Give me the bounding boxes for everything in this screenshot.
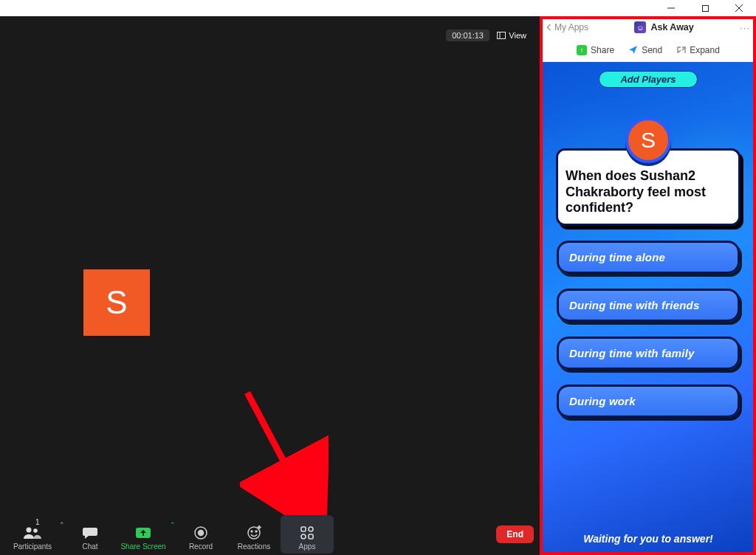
svg-point-19 — [301, 534, 306, 539]
panel-send-label: Send — [642, 45, 662, 55]
svg-rect-1 — [702, 5, 708, 11]
record-label: Record — [189, 542, 213, 551]
annotation-arrow — [240, 385, 329, 533]
question-avatar: S — [625, 117, 671, 163]
record-button[interactable]: Record — [174, 515, 227, 554]
question-text: When does Sushan2 Chakraborty feel most … — [566, 168, 731, 216]
share-screen-button[interactable]: Share Screen ⌃ — [117, 515, 170, 554]
svg-point-14 — [255, 531, 257, 532]
chat-label: Chat — [82, 542, 97, 551]
game-area: Add Players S When does Sushan2 Chakrabo… — [540, 62, 756, 555]
waiting-status: Waiting for you to answer! — [583, 533, 713, 546]
window-close-button[interactable] — [722, 0, 756, 16]
add-players-button[interactable]: Add Players — [599, 71, 697, 88]
reactions-label: Reactions — [238, 542, 270, 551]
question-avatar-initial: S — [641, 128, 656, 153]
panel-more-button[interactable]: ··· — [740, 22, 750, 33]
participants-icon — [23, 525, 42, 541]
panel-expand-button[interactable]: Expand — [676, 45, 720, 55]
chat-button[interactable]: Chat — [63, 515, 117, 554]
apps-icon — [300, 525, 315, 541]
participants-count: 1 — [35, 518, 40, 526]
view-label: View — [509, 31, 526, 40]
meeting-timer: 00:01:13 — [446, 30, 489, 41]
share-screen-label: Share Screen — [120, 542, 165, 551]
share-screen-icon — [135, 525, 151, 541]
side-panel-header: My Apps ☺ Ask Away ··· — [540, 16, 756, 38]
panel-send-button[interactable]: Send — [628, 45, 662, 55]
participants-label: Participants — [13, 542, 52, 551]
back-label: My Apps — [554, 22, 588, 32]
arrow-up-icon: ↑ — [577, 45, 587, 55]
apps-label: Apps — [299, 542, 316, 551]
end-button[interactable]: End — [496, 525, 534, 543]
window-restore-button[interactable] — [688, 0, 722, 16]
participants-button[interactable]: 1 Participants ⌃ — [6, 515, 59, 554]
answers-list: During time alone During time with frien… — [557, 241, 740, 418]
panel-share-button[interactable]: ↑ Share — [577, 45, 614, 55]
meeting-video-area: 00:01:13 View S 1 — [0, 16, 540, 555]
app-title: ☺ Ask Away — [634, 21, 693, 33]
side-panel-actions: ↑ Share Send Expand — [540, 38, 756, 62]
svg-point-7 — [27, 528, 32, 533]
ask-away-icon: ☺ — [634, 21, 646, 33]
chat-icon — [82, 525, 98, 541]
apps-button[interactable]: Apps — [281, 515, 334, 554]
svg-text:+: + — [258, 525, 261, 530]
avatar-initial: S — [106, 284, 127, 321]
panel-share-label: Share — [591, 45, 614, 55]
svg-rect-17 — [309, 534, 313, 539]
answer-option[interactable]: During time with family — [557, 337, 740, 370]
svg-point-18 — [309, 527, 313, 531]
answer-option[interactable]: During time with friends — [557, 289, 740, 322]
svg-point-11 — [199, 531, 204, 536]
participant-avatar-tile: S — [83, 269, 150, 336]
svg-point-13 — [251, 531, 252, 532]
meeting-toolbar: 1 Participants ⌃ Chat Share Screen ⌃ — [0, 514, 540, 555]
svg-point-8 — [33, 528, 38, 533]
app-title-label: Ask Away — [650, 22, 693, 32]
reactions-button[interactable]: + Reactions — [227, 515, 281, 554]
svg-line-6 — [247, 393, 314, 518]
view-button[interactable]: View — [491, 30, 532, 41]
apps-side-panel: My Apps ☺ Ask Away ··· ↑ Share Send — [540, 16, 756, 555]
send-icon — [628, 45, 638, 55]
panel-expand-label: Expand — [690, 45, 720, 55]
record-icon — [193, 525, 208, 541]
back-to-my-apps-button[interactable]: My Apps — [546, 22, 588, 32]
window-titlebar — [0, 0, 756, 16]
answer-option[interactable]: During work — [557, 385, 740, 418]
svg-rect-16 — [301, 527, 306, 531]
window-minimize-button[interactable] — [654, 0, 688, 16]
svg-rect-4 — [498, 32, 506, 39]
reactions-icon: + — [247, 525, 261, 541]
expand-icon — [676, 45, 686, 55]
answer-option[interactable]: During time alone — [557, 241, 740, 274]
